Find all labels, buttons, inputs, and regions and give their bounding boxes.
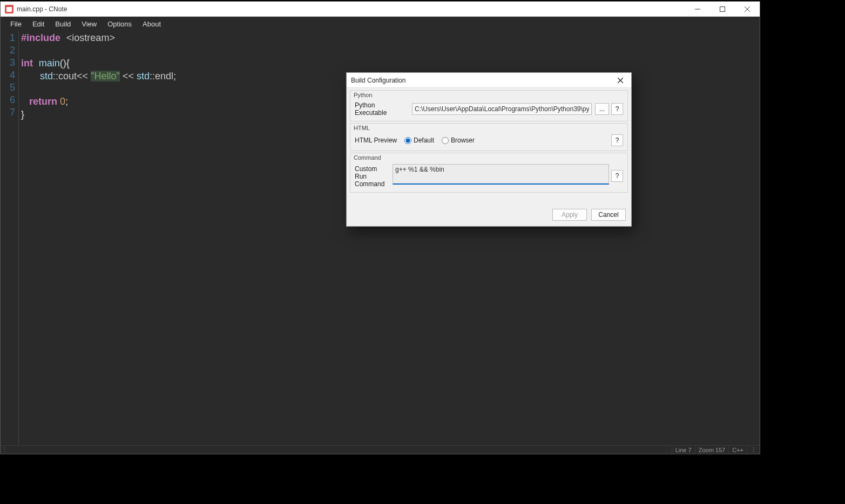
build-configuration-dialog: Build Configuration Python Python Execut… xyxy=(346,72,632,227)
maximize-icon xyxy=(720,6,725,12)
dialog-title-bar[interactable]: Build Configuration xyxy=(347,73,631,88)
radio-browser[interactable]: Browser xyxy=(442,137,475,144)
code-token: int xyxy=(21,58,33,69)
help-button[interactable]: ? xyxy=(611,134,623,146)
group-label-html: HTML xyxy=(354,125,370,131)
radio-default[interactable]: Default xyxy=(404,137,434,144)
python-group: Python Python Executable ... ? xyxy=(350,90,628,121)
line-number: 1 xyxy=(1,32,15,44)
title-bar: main.cpp - CNote xyxy=(1,2,760,17)
minimize-icon xyxy=(695,6,700,12)
code-token: << xyxy=(120,71,137,81)
code-token: main xyxy=(39,58,60,69)
radio-default-input[interactable] xyxy=(404,137,411,144)
dialog-footer: Apply Cancel xyxy=(552,209,626,221)
window-title: main.cpp - CNote xyxy=(17,5,67,13)
menu-about[interactable]: About xyxy=(137,18,166,30)
close-icon xyxy=(745,6,750,12)
browse-button[interactable]: ... xyxy=(595,103,609,115)
command-group: Command Custom Run Command ? xyxy=(350,153,628,193)
line-number: 2 xyxy=(1,44,15,57)
radio-browser-input[interactable] xyxy=(442,137,449,144)
help-button[interactable]: ? xyxy=(611,103,623,115)
code-token: ; xyxy=(65,96,68,107)
menu-edit[interactable]: Edit xyxy=(27,18,50,30)
code-token: (){ xyxy=(60,58,70,69)
code-token: :: xyxy=(53,71,58,81)
menu-view[interactable]: View xyxy=(76,18,102,30)
code-token: cout xyxy=(58,71,77,81)
status-encoding: ⋮ xyxy=(747,446,760,454)
code-token: endl xyxy=(155,71,173,81)
code-token: } xyxy=(21,109,24,120)
menu-build[interactable]: Build xyxy=(50,18,76,30)
code-token: :: xyxy=(150,71,155,81)
line-number: 6 xyxy=(1,94,15,106)
code-token: << xyxy=(77,71,91,81)
code-token: 0 xyxy=(60,96,65,107)
custom-run-command-input[interactable] xyxy=(393,164,609,185)
python-executable-input[interactable] xyxy=(412,103,592,115)
app-window: main.cpp - CNote File Edit Build View Op… xyxy=(0,1,760,454)
radio-browser-label: Browser xyxy=(451,137,475,144)
code-token xyxy=(21,71,40,81)
menu-file[interactable]: File xyxy=(5,18,27,30)
radio-default-label: Default xyxy=(414,137,434,144)
close-button[interactable] xyxy=(735,2,760,17)
html-group: HTML HTML Preview Default xyxy=(350,123,628,151)
html-preview-label: HTML Preview xyxy=(355,137,401,144)
dialog-close-button[interactable] xyxy=(610,73,631,88)
status-bar: ⋮ Line 7 Zoom 157 C++ ⋮ xyxy=(1,445,760,454)
cancel-button[interactable]: Cancel xyxy=(591,209,626,221)
line-number: 4 xyxy=(1,69,15,81)
status-language: C++ xyxy=(728,446,747,454)
line-gutter: 1 2 3 4 5 6 7 xyxy=(1,31,19,445)
close-icon xyxy=(618,78,623,83)
group-label-python: Python xyxy=(354,92,372,98)
code-token: ; xyxy=(173,71,176,81)
code-token: #include xyxy=(21,32,60,43)
custom-run-command-label: Custom Run Command xyxy=(355,164,389,188)
help-button[interactable]: ? xyxy=(611,170,623,182)
status-zoom: Zoom 157 xyxy=(695,446,729,454)
status-line: Line 7 xyxy=(672,446,695,454)
code-token: <iostream> xyxy=(66,32,115,43)
dialog-title: Build Configuration xyxy=(351,77,405,84)
maximize-button[interactable] xyxy=(710,2,735,17)
line-number: 3 xyxy=(1,57,15,69)
code-token: "Hello" xyxy=(91,71,120,81)
code-token: std xyxy=(137,71,150,81)
app-icon xyxy=(5,5,13,13)
status-grip-icon: ⋮ xyxy=(1,446,8,453)
svg-rect-1 xyxy=(720,6,725,11)
menu-bar: File Edit Build View Options About xyxy=(1,17,760,31)
line-number: 7 xyxy=(1,106,15,119)
line-number: 5 xyxy=(1,81,15,94)
apply-button[interactable]: Apply xyxy=(552,209,587,221)
code-token xyxy=(21,96,29,107)
minimize-button[interactable] xyxy=(685,2,710,17)
code-token: std xyxy=(40,71,53,81)
code-token: return xyxy=(29,96,57,107)
menu-options[interactable]: Options xyxy=(102,18,137,30)
group-label-command: Command xyxy=(354,154,381,161)
python-executable-label: Python Executable xyxy=(355,101,409,117)
